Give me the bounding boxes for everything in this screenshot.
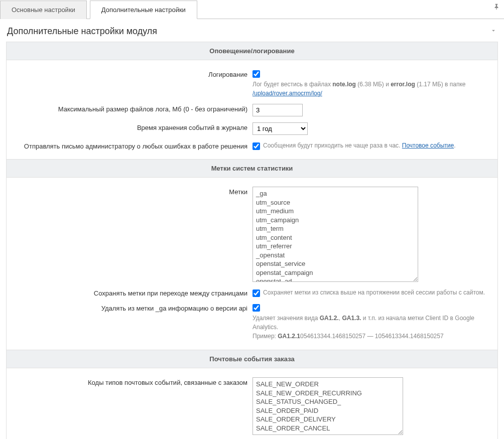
row-remove-ga: Удалять из метки _ga информацию о версии… bbox=[7, 300, 497, 344]
row-mail-codes: Коды типов почтовых событий, связанные с… bbox=[7, 374, 497, 438]
input-max-size[interactable] bbox=[253, 104, 303, 116]
tabs-bar: Основные настройки Дополнительные настро… bbox=[0, 0, 504, 19]
row-retention: Время хранения событий в журнале 1 год bbox=[7, 119, 497, 138]
note-file: note.log bbox=[332, 81, 356, 88]
textarea-mail-codes[interactable] bbox=[253, 377, 403, 435]
hint-persist: Сохраняет метки из списка выше на протяж… bbox=[263, 288, 485, 297]
section-header-logging: Оповещение/логирование bbox=[7, 42, 497, 60]
hint-text: Пример: bbox=[253, 333, 278, 340]
hint-text: Удаляет значения вида bbox=[253, 315, 320, 322]
label-admin-mail: Отправлять письмо администратору о любых… bbox=[7, 141, 253, 150]
checkbox-admin-mail[interactable] bbox=[253, 142, 260, 150]
textarea-labels[interactable] bbox=[253, 187, 418, 282]
hint-logging: Лог будет вестись в файлах note.log (6.3… bbox=[253, 80, 490, 98]
hint-text: Сообщения будут приходить не чаще раза в… bbox=[263, 142, 402, 149]
label-mail-codes: Коды типов почтовых событий, связанные с… bbox=[7, 377, 253, 386]
settings-panel: Оповещение/логирование Логирование Лог б… bbox=[6, 42, 498, 439]
section-body-logging: Логирование Лог будет вестись в файлах n… bbox=[7, 60, 497, 159]
select-retention[interactable]: 1 год bbox=[253, 122, 308, 135]
row-admin-mail: Отправлять письмо администратору о любых… bbox=[7, 138, 497, 153]
label-persist: Сохранять метки при переходе между стран… bbox=[7, 288, 253, 297]
checkbox-logging[interactable] bbox=[253, 70, 260, 78]
label-retention: Время хранения событий в журнале bbox=[7, 122, 253, 131]
label-labels: Метки bbox=[7, 187, 253, 196]
checkbox-remove-ga[interactable] bbox=[253, 304, 260, 312]
section-header-stats: Метки систем статистики bbox=[7, 159, 497, 178]
tab-basic[interactable]: Основные настройки bbox=[0, 1, 87, 19]
page-title: Дополнительные настройки модуля bbox=[7, 26, 157, 37]
label-remove-ga: Удалять из метки _ga информацию о версии… bbox=[7, 303, 253, 312]
note-size: (6.38 МБ) и bbox=[356, 81, 391, 88]
collapse-icon[interactable] bbox=[490, 27, 497, 36]
tab-advanced[interactable]: Дополнительные настройки bbox=[90, 1, 197, 19]
error-file: error.log bbox=[391, 81, 415, 88]
bold-text: GA1.2. bbox=[320, 315, 339, 322]
label-logging: Логирование bbox=[7, 69, 253, 78]
hint-remove-ga: Удаляет значения вида GA1.2., GA1.3. и т… bbox=[253, 314, 490, 341]
mail-event-link[interactable]: Почтовое событие bbox=[402, 142, 454, 149]
log-path-link[interactable]: /upload/rover.amocrm/log/ bbox=[253, 90, 322, 97]
row-labels: Метки bbox=[7, 184, 497, 285]
page-header: Дополнительные настройки модуля bbox=[0, 19, 504, 42]
hint-admin-mail: Сообщения будут приходить не чаще раза в… bbox=[263, 141, 456, 150]
bold-text: GA1.3. bbox=[342, 315, 361, 322]
row-max-size: Максимальный размер файлов лога, Мб (0 -… bbox=[7, 101, 497, 119]
label-max-size: Максимальный размер файлов лога, Мб (0 -… bbox=[7, 104, 253, 113]
section-body-mail: Коды типов почтовых событий, связанные с… bbox=[7, 368, 497, 439]
hint-text: 054613344.1468150257 — 1054613344.146815… bbox=[300, 333, 444, 340]
checkbox-persist[interactable] bbox=[253, 289, 260, 297]
hint-text: Лог будет вестись в файлах bbox=[253, 81, 332, 88]
row-logging: Логирование Лог будет вестись в файлах n… bbox=[7, 66, 497, 101]
section-body-stats: Метки Сохранять метки при переходе между… bbox=[7, 178, 497, 350]
bold-text: GA1.2.1 bbox=[278, 333, 300, 340]
pin-icon[interactable] bbox=[489, 0, 504, 19]
row-persist: Сохранять метки при переходе между стран… bbox=[7, 285, 497, 300]
error-size: (1.17 МБ) в папке bbox=[415, 81, 466, 88]
section-header-mail: Почтовые события заказа bbox=[7, 350, 497, 368]
